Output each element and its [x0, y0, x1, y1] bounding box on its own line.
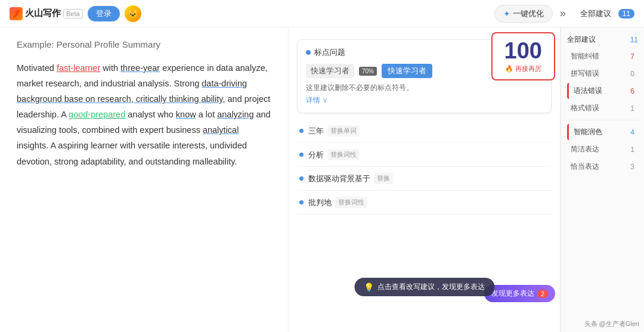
- sidebar-grammar-count: 6: [630, 87, 634, 95]
- text-analyst: analyst who: [125, 110, 176, 119]
- editor-panel: Example: Personal Profile Summary Motiva…: [0, 27, 289, 332]
- right-sidebar: 全部建议 11 智能纠错 7 拼写错误 0 语法错误 6 格式错误 1 智能润色…: [561, 27, 644, 332]
- dot-icon-3: [299, 200, 304, 204]
- avatar: 🐱: [125, 5, 141, 22]
- text-rest: insights. A aspiring learner with versat…: [17, 141, 247, 166]
- sidebar-item-spell[interactable]: 拼写错误 0: [567, 66, 638, 82]
- sidebar-grammar-label: 语法错误: [574, 86, 602, 96]
- dot-icon-0: [299, 129, 304, 133]
- sidebar-smart-label: 智能纠错: [571, 51, 599, 61]
- item-tag-1: 替换词性: [327, 149, 360, 160]
- more-button[interactable]: »: [558, 7, 568, 20]
- score-label: 再接再厉: [515, 64, 541, 73]
- watermark: 头条 @生产者Glen: [584, 319, 639, 328]
- optimize-label: 一键优化: [513, 8, 544, 19]
- item-text-2: 数据驱动背景基于: [308, 173, 370, 184]
- sidebar-concise-label: 简洁表达: [571, 144, 599, 154]
- sidebar-item-proper[interactable]: 恰当表达 3: [567, 159, 638, 175]
- sidebar-concise-count: 1: [630, 145, 634, 154]
- top-nav: 火山写作 Beta 登录 🐱 ✦ 一键优化 » 全部建议 11: [0, 0, 644, 27]
- item-tag-0: 替换单词: [327, 125, 360, 136]
- sidebar-item-smart[interactable]: 智能纠错 7: [567, 48, 638, 64]
- sidebar-format-count: 1: [630, 104, 634, 113]
- dot-icon-2: [299, 176, 304, 181]
- sidebar-smart-count: 7: [630, 52, 634, 61]
- suggestions-panel: 100 🔥 再接再厉 标点问题 ⊖ 忽略 快速学习者 70%: [289, 27, 561, 332]
- text-three-year[interactable]: three-year: [120, 63, 160, 73]
- logo-text: 火山写作: [25, 8, 61, 19]
- score-box: 100 🔥 再接再厉: [491, 32, 555, 80]
- text-alot: a lot: [196, 110, 217, 119]
- sidebar-item-grammar[interactable]: 语法错误 6: [567, 83, 638, 99]
- star-icon: ✦: [503, 9, 510, 18]
- list-item-1[interactable]: 分析 替换词性: [297, 143, 552, 167]
- word-confidence-badge: 70%: [359, 67, 377, 76]
- text-motivated: Motivated: [17, 63, 57, 73]
- logo-svg: [10, 7, 23, 20]
- text-fast-learner[interactable]: fast-learner: [57, 63, 100, 73]
- text-with: with: [100, 63, 120, 73]
- card-title-row: 标点问题: [306, 47, 345, 58]
- details-button[interactable]: 详情 ∨: [306, 95, 328, 106]
- item-tag-2: 替换: [374, 173, 393, 184]
- logo-area: 火山写作 Beta: [10, 7, 83, 20]
- sidebar-item-concise[interactable]: 简洁表达 1: [567, 141, 638, 157]
- text-know[interactable]: know: [176, 110, 196, 119]
- bulb-icon: 💡: [364, 283, 374, 292]
- login-button[interactable]: 登录: [88, 6, 120, 21]
- text-analyzing[interactable]: analyzing: [217, 110, 253, 119]
- item-tag-3: 替换词性: [335, 197, 367, 208]
- sidebar-divider: [567, 120, 638, 120]
- item-text-3: 批判地: [308, 197, 332, 208]
- sidebar-spell-count: 0: [630, 70, 634, 78]
- sidebar-item-format[interactable]: 格式错误 1: [567, 100, 638, 116]
- sidebar-item-tone[interactable]: 智能润色 4: [567, 124, 638, 140]
- score-subtitle: 🔥 再接再厉: [504, 64, 542, 73]
- sidebar-proper-label: 恰当表达: [571, 162, 599, 172]
- item-text-1: 分析: [308, 150, 324, 160]
- sidebar-spell-label: 拼写错误: [571, 69, 599, 79]
- list-item-2[interactable]: 数据驱动背景基于 替换: [297, 167, 552, 191]
- text-analytical[interactable]: analytical: [203, 125, 239, 135]
- sidebar-all-header: 全部建议 11: [567, 35, 638, 45]
- list-item-0[interactable]: 三年 替换单词: [297, 119, 552, 143]
- main-area: Example: Personal Profile Summary Motiva…: [0, 27, 644, 332]
- score-number: 100: [504, 39, 542, 62]
- doc-body: Motivated fast-learner with three-year e…: [17, 60, 271, 169]
- sidebar-tone-label: 智能润色: [574, 127, 602, 137]
- optimize-button[interactable]: ✦ 一键优化: [494, 5, 553, 23]
- discover-label: 发现更多表达: [491, 288, 534, 299]
- word-suggested-button[interactable]: 快速学习者: [382, 64, 432, 78]
- doc-title: Example: Personal Profile Summary: [17, 39, 271, 49]
- fire-icon: 🔥: [505, 65, 513, 73]
- dot-icon-1: [299, 153, 304, 157]
- suggestions-label: 全部建议: [580, 8, 611, 19]
- list-item-3[interactable]: 批判地 替换词性: [297, 191, 552, 215]
- sidebar-tone-count: 4: [630, 128, 634, 136]
- card-note: 这里建议删除不必要的标点符号。: [306, 83, 543, 93]
- card-title: 标点问题: [314, 47, 345, 58]
- item-text-0: 三年: [308, 126, 324, 136]
- sidebar-all-label: 全部建议: [567, 35, 596, 45]
- discover-badge: 2: [537, 290, 548, 298]
- suggestions-count-badge: 11: [618, 9, 634, 18]
- sidebar-proper-count: 3: [630, 163, 634, 171]
- sidebar-format-label: 格式错误: [571, 103, 599, 113]
- beta-badge: Beta: [63, 9, 83, 18]
- word-original: 快速学习者: [306, 64, 354, 78]
- card-dot: [306, 50, 311, 55]
- text-good-prepared[interactable]: good-prepared: [69, 110, 125, 119]
- logo-icon: [10, 7, 23, 20]
- sidebar-all-count: 11: [630, 36, 638, 44]
- discover-button[interactable]: 发现更多表达 2: [484, 285, 555, 302]
- tooltip-bar: 💡 点击查看改写建议，发现更多表达: [354, 278, 494, 296]
- tooltip-text: 点击查看改写建议，发现更多表达: [377, 282, 485, 292]
